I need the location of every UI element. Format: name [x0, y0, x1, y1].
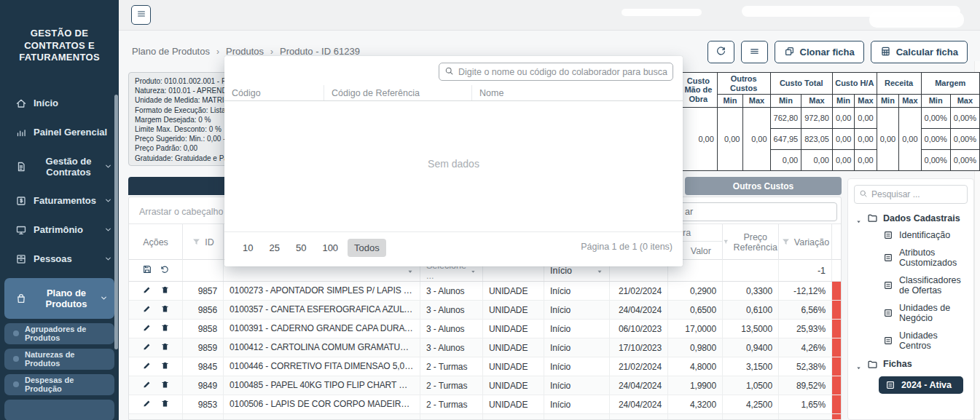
table-row[interactable]: 98530100506 - LAPIS DE COR CORPO MADEIRA… [129, 395, 841, 414]
cost-col-custo-total: Custo Total [770, 73, 832, 95]
tree-item-classificadores-de-ofertas[interactable]: Classificadores de Ofertas [883, 275, 968, 296]
cost-row: 0,000,000,00762,80972,800,000,000,000,00… [680, 107, 980, 128]
save-icon[interactable] [142, 264, 152, 277]
edit-icon[interactable] [142, 380, 152, 392]
edit-icon[interactable] [142, 304, 152, 316]
edit-icon[interactable] [142, 323, 152, 335]
cell-turma: 2 - Turmas [420, 395, 483, 413]
breadcrumb-item[interactable]: Produtos [226, 46, 264, 57]
caret-down-icon[interactable] [855, 215, 862, 221]
tab-outros-custos[interactable]: Outros Custos [685, 177, 842, 195]
edit-icon[interactable] [142, 342, 152, 354]
edit-icon[interactable] [142, 399, 152, 411]
delete-icon[interactable] [160, 323, 170, 335]
cell-product: 0100485 - PAPEL 40KG TIPO FLIP CHART GRA… [224, 376, 420, 395]
cell-unidade: UNIDADE [483, 338, 544, 357]
delete-icon[interactable] [160, 304, 170, 316]
filter-icon[interactable] [781, 237, 791, 247]
tree-node-fichas[interactable]: Fichas [854, 359, 968, 370]
table-row[interactable]: 98450100446 - CORRETIVO FITA DIMENSAO 5,… [129, 357, 841, 376]
sidebar-item-painel-gerencial[interactable]: Painel Gerencial [0, 118, 119, 147]
cell-id: 9859 [183, 338, 224, 357]
table-row[interactable]: 98590100412 - CARTOLINA COMUM GRAMATURA:… [129, 338, 841, 357]
cell-product: 0100273 - APONTADOR SIMPLES P/ LAPIS S/ … [224, 282, 420, 300]
delete-icon[interactable] [160, 285, 170, 297]
filter-icon[interactable] [723, 237, 729, 247]
tree-item-atributos-customizados[interactable]: Atributos Customizados [883, 247, 968, 269]
delete-icon[interactable] [160, 342, 170, 354]
breadcrumb-item: Produto - ID 61239 [280, 46, 360, 57]
undo-icon[interactable] [160, 264, 170, 277]
sidebar-item-patrim-nio[interactable]: Patrimônio [0, 215, 119, 245]
page-size-10[interactable]: 10 [236, 239, 259, 257]
clone-sheet-button[interactable]: Clonar ficha [775, 41, 864, 63]
cell-vigencia: Início [544, 320, 610, 338]
cell-turma: 3 - Alunos [420, 338, 483, 357]
grid-menu-button[interactable] [741, 41, 768, 63]
clone-sheet-label: Clonar ficha [800, 47, 855, 58]
sidebar-subitem-naturezas-de-produtos[interactable]: Naturezas de Produtos [4, 349, 114, 370]
tree-node-label: Dados Cadastrais [883, 213, 960, 223]
cell-unidade: UNIDADE [483, 376, 544, 395]
tree-search-input[interactable] [871, 189, 963, 199]
filter-variacao-cell[interactable]: -1 [779, 260, 832, 281]
cell-preco_referencia: 13,5000 [723, 320, 779, 338]
table-row[interactable]: 98490100485 - PAPEL 40KG TIPO FLIP CHART… [129, 376, 841, 395]
sidebar-item-in-cio[interactable]: Início [0, 89, 119, 118]
sidebar-toggle-button[interactable] [131, 5, 151, 25]
page-size-todos[interactable]: Todos [348, 239, 386, 257]
cell-valor: 4,3200 [668, 395, 723, 413]
sidebar-subitem-agrupadores-de-produtos[interactable]: Agrupadores de Produtos [4, 323, 114, 344]
page-size-50[interactable]: 50 [289, 239, 313, 257]
modal-search-input[interactable] [458, 67, 667, 77]
page-size-100[interactable]: 100 [315, 239, 345, 257]
cell-actions [129, 395, 183, 413]
edit-icon[interactable] [142, 361, 152, 373]
page-info: Página 1 de 1 (0 itens) [581, 242, 673, 252]
filter-icon[interactable] [192, 237, 201, 247]
cost-col-receita: Receita [877, 73, 921, 95]
table-row[interactable]: 98560100357 - CANETA ESFEROGRAFICA AZUL … [129, 301, 841, 320]
cost-sub-min: Min [717, 95, 743, 108]
cell-id: 9857 [183, 282, 224, 300]
grid-search-input[interactable] [678, 202, 837, 221]
filter-id-cell[interactable] [183, 260, 224, 281]
sidebar-item-pessoas[interactable]: Pessoas [0, 245, 119, 274]
sidebar-item-gest-o-de-contratos[interactable]: Gestão de Contratos [0, 147, 119, 186]
tree-item-2024-ativa[interactable]: 2024 - Ativa [879, 376, 963, 395]
tree-item-unidades-de-neg-cio[interactable]: Unidades de Negócio [883, 303, 968, 324]
table-row[interactable]: 98570100273 - APONTADOR SIMPLES P/ LAPIS… [129, 282, 841, 301]
search-icon [859, 188, 868, 201]
cell-variacao: 89,52% [779, 376, 832, 395]
delete-icon[interactable] [160, 380, 170, 392]
sidebar-subitem-despesas-de-produ-o[interactable]: Despesas de Produção [4, 374, 114, 395]
sidebar-scrollbar[interactable] [114, 95, 118, 349]
table-row[interactable]: 98580100391 - CADERNO GRANDE CAPA DURA P… [129, 320, 841, 338]
sidebar-item-label: Início [34, 98, 113, 108]
edit-icon[interactable] [142, 285, 152, 297]
sidebar-item-plano-de-produtos[interactable]: Plano de Produtos [4, 278, 114, 319]
caret-down-icon [470, 267, 477, 274]
cell-strip [832, 395, 841, 413]
page-size-25[interactable]: 25 [262, 239, 286, 257]
sidebar-item-faturamentos[interactable]: Faturamentos [0, 186, 119, 215]
cell-valor: 4,8000 [668, 357, 723, 376]
delete-icon[interactable] [160, 399, 170, 411]
filter-preco-referencia-cell[interactable] [723, 260, 779, 281]
caret-down-icon[interactable] [855, 361, 862, 368]
cost-total-max: 823,05 [801, 128, 833, 149]
delete-icon[interactable] [160, 361, 170, 373]
cell-actions [129, 282, 183, 300]
edit-icon[interactable] [142, 418, 152, 420]
breadcrumb-item[interactable]: Plano de Produtos [132, 46, 210, 57]
sidebar-subitem-partial[interactable] [4, 400, 114, 420]
tree-item-unidades-centros[interactable]: Unidades Centros [883, 330, 968, 352]
delete-icon[interactable] [160, 418, 170, 420]
table-row[interactable]: 98500100509 - PAPEL SULFITE FORMATO A4 G… [129, 414, 841, 420]
calculate-sheet-button[interactable]: Calcular ficha [871, 41, 968, 63]
refresh-button[interactable] [707, 41, 734, 63]
cost-margem-min: 0,00% [921, 107, 950, 128]
tree-node-dados-cadastrais[interactable]: Dados Cadastrais [854, 213, 968, 223]
caret-down-icon [407, 267, 414, 274]
tree-item-identifica-o[interactable]: Identificação [883, 230, 968, 241]
